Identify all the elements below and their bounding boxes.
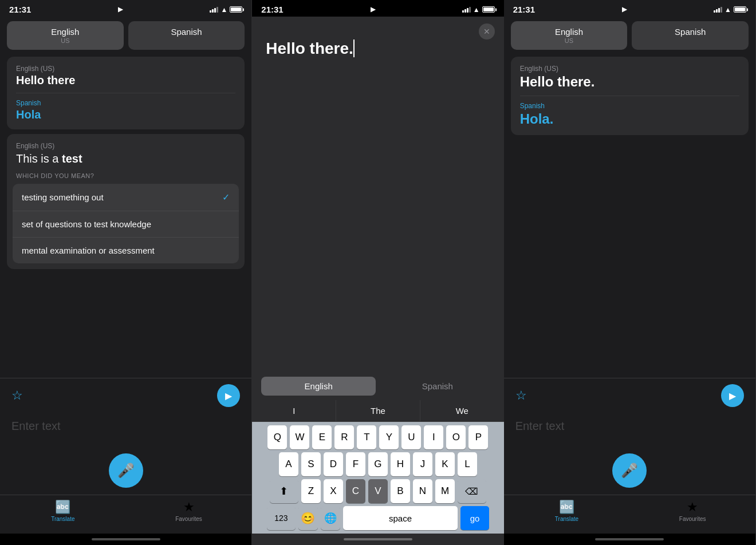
right-battery: [734, 6, 746, 13]
kbd-row-3: ⬆ Z X C V B N M ⌫: [254, 479, 502, 503]
key-go[interactable]: go: [460, 506, 489, 530]
left-play-button[interactable]: ▶: [217, 384, 240, 407]
key-m[interactable]: M: [435, 479, 455, 503]
left-tab-english[interactable]: English US: [7, 21, 124, 50]
right-play-icon: ▶: [729, 390, 736, 401]
left-wifi-icon: ▲: [220, 6, 227, 14]
key-globe[interactable]: 🌐: [321, 506, 340, 530]
left-home-bar: [92, 538, 160, 540]
bar3: [214, 8, 216, 13]
left-card1-secondary-text: Hola: [16, 108, 235, 121]
key-g[interactable]: G: [368, 452, 388, 476]
left-card2-title-bold: test: [62, 152, 82, 165]
key-x[interactable]: X: [324, 479, 343, 503]
mid-keyboard: Q W E R T Y U I O P A S D F G H J K L ⬆ …: [252, 422, 503, 534]
left-option-2[interactable]: set of questions to test knowledge: [13, 211, 239, 238]
mid-cursor: [353, 40, 355, 57]
mid-bar2: [464, 9, 466, 13]
right-card1-text: Hello there.: [520, 74, 739, 90]
left-option-3[interactable]: mental examination or assessment: [13, 238, 239, 263]
right-text-input-area[interactable]: Enter text: [504, 413, 755, 437]
key-emoji[interactable]: 😊: [298, 506, 318, 530]
mid-suggestion-we[interactable]: We: [420, 400, 504, 421]
key-delete[interactable]: ⌫: [458, 479, 486, 503]
right-bottom-toolbar: ☆ ▶: [504, 378, 755, 413]
key-v[interactable]: V: [368, 479, 388, 503]
left-which-options: testing something out ✓ set of questions…: [13, 184, 239, 263]
mid-suggestion-the[interactable]: The: [336, 400, 420, 421]
left-card1-divider: [16, 93, 235, 93]
left-option-1[interactable]: testing something out ✓: [13, 184, 239, 211]
key-l[interactable]: L: [458, 452, 477, 476]
key-y[interactable]: Y: [379, 425, 399, 449]
key-i[interactable]: I: [424, 425, 443, 449]
left-text-input-area[interactable]: Enter text: [0, 413, 251, 437]
right-nav-translate[interactable]: 🔤 Translate: [504, 500, 630, 522]
right-panel: 21:31 ▶ ▲ English US Spanish English (US…: [504, 0, 756, 545]
right-play-button[interactable]: ▶: [721, 384, 744, 407]
bar4: [216, 7, 218, 13]
left-mic-button[interactable]: 🎤: [109, 453, 143, 488]
key-a[interactable]: A: [279, 452, 298, 476]
key-q[interactable]: Q: [267, 425, 287, 449]
key-h[interactable]: H: [391, 452, 410, 476]
left-status-icons: ▲: [210, 6, 242, 14]
right-nav-favourites-icon: ★: [687, 500, 698, 515]
left-option-3-text: mental examination or assessment: [22, 246, 155, 255]
left-home-indicator: [0, 534, 251, 545]
mid-time: 21:31: [261, 5, 283, 14]
right-spacer: [504, 137, 755, 378]
key-p[interactable]: P: [468, 425, 488, 449]
kbd-row-2: A S D F G H J K L: [254, 452, 502, 476]
key-s[interactable]: S: [301, 452, 321, 476]
key-123[interactable]: 123: [267, 506, 296, 530]
key-r[interactable]: R: [334, 425, 354, 449]
left-location-icon: ▶: [118, 6, 123, 13]
mid-bar4: [469, 7, 471, 13]
left-tab-english-label: English: [7, 27, 124, 37]
key-t[interactable]: T: [357, 425, 376, 449]
key-d[interactable]: D: [324, 452, 343, 476]
key-n[interactable]: N: [413, 479, 432, 503]
right-home-indicator: [504, 534, 755, 545]
right-mic-button[interactable]: 🎤: [612, 453, 647, 488]
mid-close-button[interactable]: ✕: [479, 23, 495, 40]
left-battery-fill: [231, 7, 241, 11]
right-wifi-icon: ▲: [724, 6, 731, 14]
key-j[interactable]: J: [413, 452, 432, 476]
right-bottom-nav: 🔤 Translate ★ Favourites: [504, 495, 755, 534]
left-nav-translate[interactable]: 🔤 Translate: [0, 500, 126, 522]
mid-battery: [482, 6, 495, 13]
key-u[interactable]: U: [401, 425, 421, 449]
key-o[interactable]: O: [446, 425, 466, 449]
bar2: [212, 9, 214, 13]
key-b[interactable]: B: [391, 479, 410, 503]
right-nav-favourites[interactable]: ★ Favourites: [629, 500, 755, 522]
right-tab-english[interactable]: English US: [511, 21, 628, 50]
left-mic-icon: 🎤: [117, 463, 135, 479]
key-k[interactable]: K: [435, 452, 455, 476]
left-option-2-text: set of questions to test knowledge: [22, 219, 151, 229]
left-option-1-check: ✓: [222, 192, 230, 203]
right-signal: [714, 7, 722, 13]
left-tab-spanish[interactable]: Spanish: [128, 21, 245, 50]
key-c[interactable]: C: [346, 479, 365, 503]
left-time: 21:31: [9, 5, 31, 14]
right-battery-fill: [735, 7, 745, 11]
mid-wifi-icon: ▲: [473, 6, 480, 14]
mid-kbd-tab-english[interactable]: English: [261, 377, 376, 396]
right-tab-spanish[interactable]: Spanish: [632, 21, 749, 50]
left-nav-translate-icon: 🔤: [55, 500, 70, 515]
key-z[interactable]: Z: [301, 479, 321, 503]
right-lang-tabs: English US Spanish: [504, 17, 755, 54]
key-e[interactable]: E: [312, 425, 332, 449]
key-f[interactable]: F: [346, 452, 365, 476]
key-w[interactable]: W: [290, 425, 309, 449]
mid-kbd-tab-spanish[interactable]: Spanish: [380, 377, 495, 396]
left-nav-favourites[interactable]: ★ Favourites: [126, 500, 252, 522]
mid-suggestion-i[interactable]: I: [252, 400, 336, 421]
right-star-button[interactable]: ☆: [515, 388, 527, 403]
left-star-button[interactable]: ☆: [11, 388, 23, 403]
key-shift[interactable]: ⬆: [270, 479, 298, 503]
key-space[interactable]: space: [343, 506, 458, 530]
